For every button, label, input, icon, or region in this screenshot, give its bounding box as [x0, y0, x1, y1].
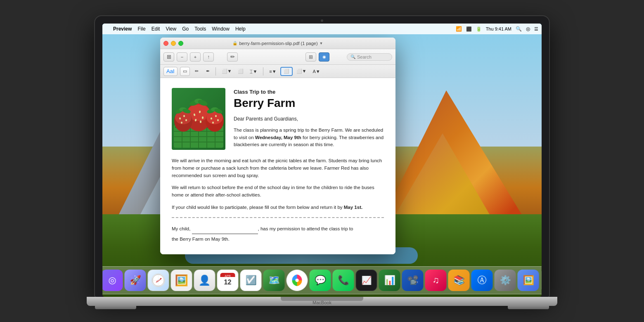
doc-paragraph-4: If your child would like to participate,… — [172, 204, 384, 211]
macbook-label: MacBook — [313, 300, 331, 305]
shapes-button[interactable]: ⬜▼ — [219, 67, 234, 76]
screen: Preview File Edit View Go Tools Window H… — [102, 24, 542, 297]
desktop: Preview File Edit View Go Tools Window H… — [102, 24, 542, 297]
dock-photos-pinwheel[interactable] — [286, 270, 308, 291]
dock-preview[interactable]: 🖼️ — [518, 270, 539, 291]
doc-paragraph-3: We will return to school before the end … — [172, 184, 384, 199]
doc-intro-paragraph: The class is planning a spring trip to t… — [234, 127, 384, 148]
markup-circle-button[interactable]: ◉ — [319, 52, 329, 62]
zoom-out-button[interactable]: − — [177, 52, 187, 62]
dock: ◎ 🚀 — [102, 266, 542, 294]
doc-header: Class Trip to the Berry Farm Dear Parent… — [172, 88, 384, 150]
window-title: 🔒 berry-farm-permission-slip.pdf (1 page… — [232, 41, 323, 46]
format-group: ≡▼ ⬜ ⬜▼ A▼ — [267, 67, 322, 76]
lock-icon: 🔒 — [232, 41, 237, 45]
sketch-button[interactable]: ✏ — [192, 67, 201, 76]
macbook-foot-left — [95, 306, 136, 309]
menubar: Preview File Edit View Go Tools Window H… — [102, 24, 542, 34]
dock-appstore[interactable]: Ⓐ — [471, 270, 493, 291]
dock-keynote[interactable]: 📽️ — [402, 270, 424, 291]
dock-safari[interactable] — [148, 270, 169, 291]
dock-itunes[interactable]: ♫ — [425, 270, 447, 291]
toolbar-separator-2 — [263, 67, 263, 76]
search-placeholder: Search — [357, 54, 372, 59]
align-button[interactable]: ≡▼ — [267, 67, 279, 76]
dock-facetime[interactable]: 📞 — [333, 270, 354, 291]
menu-edit[interactable]: Edit — [152, 26, 160, 32]
minimize-button[interactable] — [171, 41, 176, 46]
maximize-button[interactable] — [178, 41, 183, 46]
search-icon[interactable]: 🔍 — [516, 26, 522, 32]
shape-group: ⬜▼ ⬜ ⌶▼ — [219, 67, 260, 76]
sidebar-toggle-button[interactable]: ⊞ — [163, 52, 174, 62]
copy-button[interactable]: ⊞ — [305, 52, 316, 62]
text-tool-button[interactable]: AaI — [163, 67, 178, 76]
dock-stocks[interactable]: 📈 — [356, 270, 377, 291]
airplay-icon[interactable]: ⬛ — [466, 26, 472, 32]
draw-button[interactable]: ✒ — [204, 67, 212, 76]
menu-file[interactable]: File — [137, 26, 145, 32]
app-menu-preview[interactable]: Preview — [113, 26, 132, 32]
dock-maps[interactable]: 🗺️ — [263, 270, 285, 291]
dock-launchpad[interactable]: 🚀 — [125, 270, 146, 291]
document-content: Class Trip to the Berry Farm Dear Parent… — [160, 78, 395, 254]
sign-button[interactable]: ⌶▼ — [247, 67, 260, 76]
doc-main-title: Berry Farm — [234, 97, 384, 110]
wifi-icon: 📶 — [456, 26, 462, 32]
menu-help[interactable]: Help — [235, 26, 246, 32]
text-box-button[interactable]: ⬜ — [235, 67, 246, 76]
notification-icon[interactable]: ☰ — [534, 26, 538, 32]
menu-window[interactable]: Window — [212, 26, 230, 32]
permission-slip: My child, , has my permission to attend … — [172, 224, 384, 245]
doc-salutation: Dear Parents and Guardians, — [234, 115, 384, 123]
svg-rect-38 — [172, 88, 225, 150]
fill-button[interactable]: ⬜▼ — [294, 67, 309, 76]
strawberry-image — [172, 88, 225, 150]
siri-icon[interactable]: ◎ — [526, 26, 530, 32]
search-bar[interactable]: 🔍 Search — [347, 53, 392, 61]
doc-paragraph-2: We will arrive in the morning and eat lu… — [172, 157, 384, 179]
macbook-base: MacBook — [87, 297, 557, 306]
preview-window: 🔒 berry-farm-permission-slip.pdf (1 page… — [160, 38, 395, 254]
dock-numbers[interactable]: 📊 — [379, 270, 400, 291]
dock-system-prefs[interactable]: ⚙️ — [495, 270, 516, 291]
window-titlebar: 🔒 berry-farm-permission-slip.pdf (1 page… — [160, 38, 395, 49]
menu-go[interactable]: Go — [182, 26, 189, 32]
dashed-separator — [172, 217, 384, 218]
dock-separator — [542, 271, 542, 289]
dock-ibooks[interactable]: 📚 — [448, 270, 470, 291]
menubar-right: 📶 ⬛ 🔋 Thu 9:41 AM 🔍 ◎ ☰ — [456, 26, 538, 32]
svg-point-57 — [296, 279, 299, 282]
menu-view[interactable]: View — [166, 26, 176, 32]
dock-calendar[interactable]: APR 12 — [217, 270, 239, 291]
svg-text:12: 12 — [224, 279, 232, 286]
macbook-foot-right — [508, 306, 549, 309]
close-button[interactable] — [163, 41, 168, 46]
dock-contacts[interactable]: 👤 — [194, 270, 215, 291]
child-name-field[interactable] — [192, 234, 258, 234]
clock: Thu 9:41 AM — [486, 26, 511, 31]
window-title-text: berry-farm-permission-slip.pdf (1 page) — [239, 41, 317, 46]
annotation-toolbar: AaI ▭ ✏ ✒ ⬜▼ ⬜ ⌶▼ ≡▼ ⬜ — [160, 65, 395, 78]
selection-button[interactable]: ▭ — [180, 67, 190, 76]
toolbar-separator-1 — [215, 67, 216, 76]
svg-text:APR: APR — [225, 275, 230, 277]
dock-reminders[interactable]: ☑️ — [240, 270, 262, 291]
zoom-in-button[interactable]: + — [190, 52, 201, 62]
border-button[interactable]: ⬜ — [280, 67, 293, 76]
text-style-button[interactable]: A▼ — [310, 67, 323, 76]
dock-messages[interactable]: 💬 — [310, 270, 331, 291]
dock-photos[interactable]: 🖼️ — [171, 270, 192, 291]
chevron-down-icon[interactable]: ▼ — [320, 41, 323, 45]
screen-bezel: Preview File Edit View Go Tools Window H… — [95, 16, 549, 297]
search-icon-small: 🔍 — [350, 54, 355, 59]
doc-subtitle: Class Trip to the — [234, 88, 384, 96]
pencil-button[interactable]: ✏ — [227, 52, 238, 62]
dock-siri[interactable]: ◎ — [102, 270, 123, 291]
battery-icon: 🔋 — [476, 26, 482, 32]
traffic-lights — [163, 41, 183, 46]
camera — [321, 19, 323, 22]
share-button[interactable]: ↑ — [203, 52, 214, 62]
menu-tools[interactable]: Tools — [194, 26, 206, 32]
main-toolbar: ⊞ − + ↑ ✏ ⊞ ◉ 🔍 Search — [160, 49, 395, 65]
